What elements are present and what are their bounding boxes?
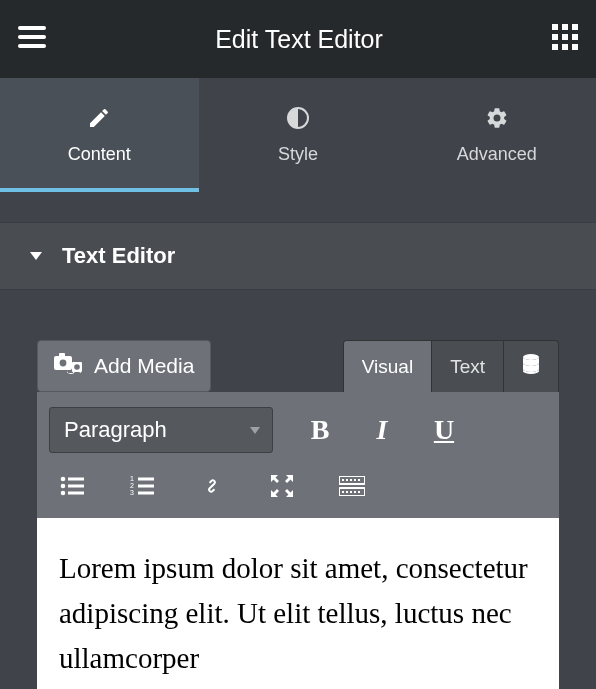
svg-rect-32 [342, 479, 344, 481]
svg-rect-5 [572, 24, 578, 30]
svg-rect-6 [552, 34, 558, 40]
svg-point-23 [61, 491, 66, 496]
svg-rect-26 [138, 478, 154, 481]
section-header[interactable]: Text Editor [0, 222, 596, 290]
svg-point-19 [61, 477, 66, 482]
bullet-list-button[interactable] [57, 471, 87, 501]
svg-rect-3 [552, 24, 558, 30]
numbered-list-button[interactable]: 123 [127, 471, 157, 501]
svg-rect-7 [562, 34, 568, 40]
svg-rect-10 [562, 44, 568, 50]
svg-rect-34 [350, 479, 352, 481]
tab-style[interactable]: Style [199, 78, 398, 192]
apps-grid-icon[interactable] [552, 24, 578, 54]
tab-advanced-label: Advanced [457, 144, 537, 165]
svg-rect-39 [346, 491, 348, 493]
database-icon [522, 354, 540, 379]
tab-advanced[interactable]: Advanced [397, 78, 596, 192]
section-title: Text Editor [62, 243, 175, 269]
editor-content-area[interactable]: Lorem ipsum dolor sit amet, consectetur … [37, 518, 559, 689]
editor-mode-tabs: Visual Text [343, 340, 559, 392]
svg-rect-2 [18, 44, 46, 48]
svg-rect-35 [354, 479, 356, 481]
header-bar: Edit Text Editor [0, 0, 596, 78]
svg-rect-30 [138, 492, 154, 495]
svg-text:2: 2 [130, 482, 134, 489]
camera-icon [54, 353, 82, 380]
svg-rect-42 [358, 491, 360, 493]
svg-point-17 [74, 364, 80, 370]
svg-text:3: 3 [130, 489, 134, 496]
bold-button[interactable]: B [305, 415, 335, 445]
editor-content-text: Lorem ipsum dolor sit amet, consectetur … [59, 546, 537, 681]
svg-point-21 [61, 484, 66, 489]
add-media-label: Add Media [94, 354, 194, 378]
svg-rect-8 [572, 34, 578, 40]
svg-rect-41 [354, 491, 356, 493]
svg-rect-4 [562, 24, 568, 30]
italic-button[interactable]: I [367, 415, 397, 445]
keyboard-toggle-button[interactable] [337, 471, 367, 501]
svg-rect-15 [59, 353, 65, 357]
format-select-value: Paragraph [64, 417, 167, 443]
editor-topbar: Add Media Visual Text [37, 340, 559, 392]
svg-rect-9 [552, 44, 558, 50]
link-button[interactable] [197, 471, 227, 501]
editor-area: Add Media Visual Text [0, 290, 596, 689]
mode-tab-database[interactable] [503, 341, 558, 392]
caret-down-icon [30, 249, 42, 263]
underline-button[interactable]: U [429, 415, 459, 445]
svg-rect-1 [18, 35, 46, 39]
svg-rect-38 [342, 491, 344, 493]
mode-tab-text[interactable]: Text [431, 341, 503, 392]
spacer [0, 192, 596, 222]
svg-rect-40 [350, 491, 352, 493]
mode-tab-text-label: Text [450, 356, 485, 378]
fullscreen-button[interactable] [267, 471, 297, 501]
svg-rect-20 [68, 478, 84, 481]
svg-rect-28 [138, 485, 154, 488]
svg-rect-22 [68, 485, 84, 488]
add-media-button[interactable]: Add Media [37, 340, 211, 392]
tab-style-label: Style [278, 144, 318, 165]
hamburger-icon[interactable] [18, 25, 46, 53]
svg-rect-24 [68, 492, 84, 495]
chevron-down-icon [250, 423, 260, 437]
svg-point-18 [523, 354, 539, 360]
svg-rect-36 [358, 479, 360, 481]
format-select[interactable]: Paragraph [49, 407, 273, 453]
svg-rect-0 [18, 26, 46, 30]
editor-toolbar: Paragraph B I U 123 [37, 392, 559, 518]
page-title: Edit Text Editor [215, 25, 383, 54]
tab-content[interactable]: Content [0, 78, 199, 192]
mode-tab-visual[interactable]: Visual [344, 341, 431, 392]
svg-point-14 [60, 359, 67, 366]
main-tabs: Content Style Advanced [0, 78, 596, 192]
tab-content-label: Content [68, 144, 131, 165]
svg-rect-11 [572, 44, 578, 50]
mode-tab-visual-label: Visual [362, 356, 413, 378]
svg-rect-33 [346, 479, 348, 481]
